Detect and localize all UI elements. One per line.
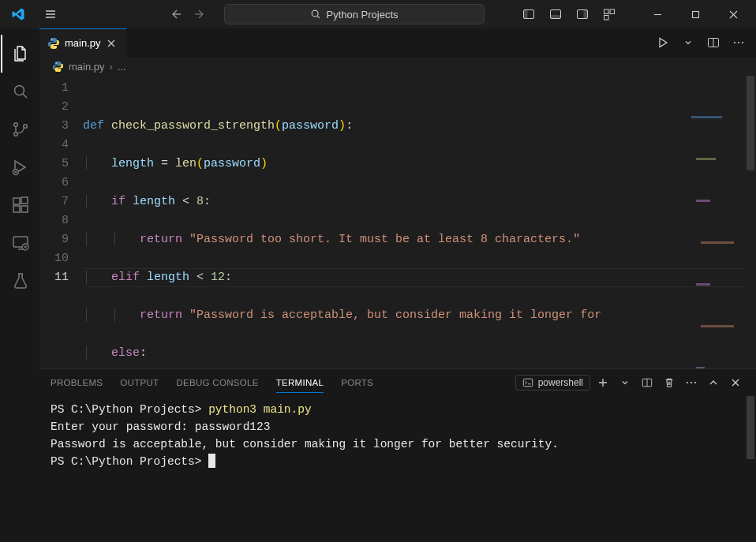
editor-tab-bar: main.py: [39, 28, 756, 57]
terminal-icon: [522, 377, 533, 388]
activity-testing[interactable]: [1, 262, 39, 300]
window-minimize-button[interactable]: [639, 0, 676, 28]
terminal-output-line: Password is acceptable, but consider mak…: [51, 435, 745, 453]
terminal-prompt: PS C:\Python Projects>: [51, 455, 208, 468]
editor-more-button[interactable]: [728, 32, 750, 54]
terminal-scrollbar[interactable]: [745, 396, 756, 542]
breadcrumb-file: main.py: [69, 61, 105, 73]
minimap[interactable]: [688, 77, 743, 156]
python-file-icon: [52, 61, 64, 73]
svg-point-0: [313, 10, 319, 17]
main-row: main.py main.py › ... 1 2 3: [0, 28, 756, 542]
title-bar: Python Projects: [0, 0, 756, 28]
terminal-shell-select[interactable]: powershell: [515, 375, 590, 391]
vscode-logo-icon: [11, 7, 25, 21]
toggle-primary-sidebar-button[interactable]: [516, 3, 541, 25]
svg-point-32: [687, 382, 688, 383]
svg-point-29: [59, 69, 61, 71]
window-maximize-button[interactable]: [677, 0, 713, 28]
bottom-panel: PROBLEMS OUTPUT DEBUG CONSOLE TERMINAL P…: [39, 368, 756, 542]
activity-source-control[interactable]: [1, 110, 39, 148]
svg-point-25: [734, 42, 735, 43]
testing-icon: [11, 271, 30, 290]
customize-layout-button[interactable]: [597, 3, 622, 25]
panel-more-button[interactable]: [682, 373, 701, 392]
terminal-content[interactable]: PS C:\Python Projects> python3 main.py E…: [39, 396, 756, 542]
search-text: Python Projects: [326, 9, 398, 21]
new-terminal-button[interactable]: [593, 373, 612, 392]
svg-rect-6: [584, 10, 588, 19]
panel-tabs: PROBLEMS OUTPUT DEBUG CONSOLE TERMINAL P…: [39, 369, 756, 396]
svg-rect-16: [13, 198, 20, 204]
line-number: 8: [39, 211, 69, 230]
toggle-secondary-sidebar-button[interactable]: [570, 3, 595, 25]
svg-point-14: [24, 125, 28, 129]
svg-rect-17: [13, 206, 20, 212]
nav-back-button[interactable]: [164, 6, 186, 22]
terminal-command: python3 main.py: [208, 403, 312, 416]
kill-terminal-button[interactable]: [660, 373, 679, 392]
files-icon: [11, 44, 30, 63]
menu-button[interactable]: [38, 5, 63, 24]
tab-label: main.py: [65, 37, 101, 49]
window-close-button[interactable]: [715, 0, 751, 28]
code-content[interactable]: def check_password_strength(password): │…: [83, 76, 756, 368]
code-editor[interactable]: 1 2 3 4 5 6 7 8 9 10 11 def check_passwo…: [39, 76, 756, 368]
activity-search[interactable]: [1, 73, 39, 110]
svg-point-28: [55, 62, 57, 63]
svg-rect-7: [604, 9, 609, 14]
svg-rect-8: [610, 9, 615, 14]
panel-close-button[interactable]: [726, 373, 745, 392]
svg-point-23: [55, 47, 57, 48]
panel-tab-output[interactable]: OUTPUT: [120, 373, 159, 392]
svg-point-13: [14, 133, 18, 136]
svg-rect-30: [523, 379, 532, 387]
python-file-icon: [47, 37, 60, 50]
editor-scrollbar[interactable]: [745, 76, 756, 368]
activity-explorer[interactable]: [1, 35, 39, 73]
svg-point-34: [694, 382, 696, 383]
scrollbar-thumb[interactable]: [747, 396, 754, 459]
line-number: 2: [39, 98, 69, 117]
svg-point-12: [14, 123, 18, 127]
activity-remote[interactable]: [1, 224, 39, 262]
terminal-cursor: [208, 454, 215, 468]
new-terminal-dropdown[interactable]: [616, 373, 634, 392]
line-number: 1: [39, 79, 69, 98]
tab-close-button[interactable]: [106, 38, 118, 49]
breadcrumb[interactable]: main.py › ...: [39, 57, 756, 76]
line-number: 3: [39, 117, 69, 136]
panel-maximize-button[interactable]: [704, 373, 723, 392]
run-dropdown-button[interactable]: [677, 32, 699, 54]
activity-bar: [0, 28, 39, 542]
activity-extensions[interactable]: [1, 186, 39, 224]
panel-tab-terminal[interactable]: TERMINAL: [276, 373, 324, 393]
terminal-output-line: Enter your password: password123: [51, 418, 745, 435]
svg-rect-2: [524, 10, 528, 19]
run-debug-icon: [11, 158, 30, 177]
command-center-search[interactable]: Python Projects: [224, 4, 485, 24]
toggle-panel-button[interactable]: [543, 3, 568, 25]
scrollbar-thumb[interactable]: [747, 76, 754, 170]
activity-run-debug[interactable]: [1, 148, 39, 186]
split-terminal-button[interactable]: [638, 373, 657, 392]
extensions-icon: [11, 196, 30, 215]
search-icon: [310, 9, 321, 20]
editor-tab-main-py[interactable]: main.py: [39, 28, 127, 57]
run-file-button[interactable]: [652, 32, 674, 54]
editor-area: main.py main.py › ... 1 2 3: [39, 28, 756, 542]
panel-tab-ports[interactable]: PORTS: [341, 373, 373, 392]
svg-point-11: [15, 86, 24, 95]
source-control-icon: [11, 120, 30, 139]
svg-rect-4: [551, 15, 561, 19]
svg-point-33: [691, 382, 692, 383]
title-bar-controls: [516, 0, 751, 28]
panel-tab-problems[interactable]: PROBLEMS: [51, 373, 103, 392]
split-editor-button[interactable]: [702, 32, 724, 54]
panel-tab-debug[interactable]: DEBUG CONSOLE: [176, 373, 258, 392]
svg-point-27: [742, 42, 743, 43]
line-number-gutter: 1 2 3 4 5 6 7 8 9 10 11: [39, 76, 83, 368]
nav-forward-button[interactable]: [189, 6, 211, 22]
line-number: 11: [39, 268, 69, 287]
breadcrumb-more: ...: [118, 61, 126, 73]
